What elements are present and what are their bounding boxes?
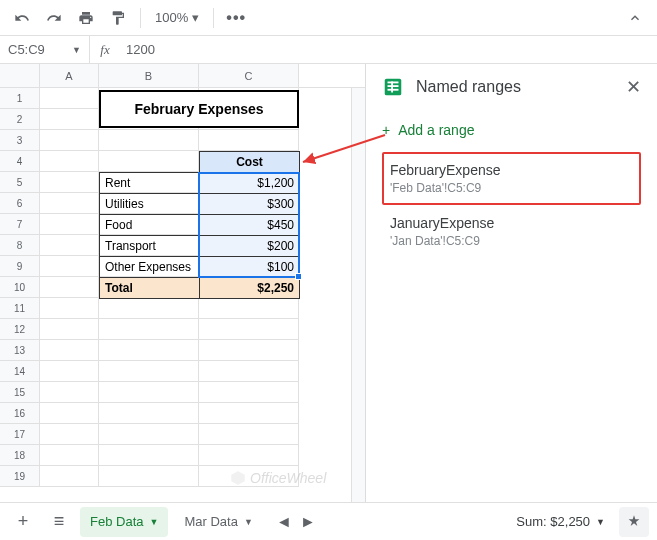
- formula-input[interactable]: 1200: [120, 42, 161, 57]
- explore-button[interactable]: [619, 507, 649, 537]
- cell[interactable]: [199, 445, 299, 466]
- cell[interactable]: [199, 340, 299, 361]
- print-button[interactable]: [72, 4, 100, 32]
- item-value[interactable]: $300: [200, 194, 300, 215]
- col-header-c[interactable]: C: [199, 64, 299, 87]
- sheet-tab[interactable]: Feb Data▼: [80, 507, 168, 537]
- cell[interactable]: [199, 466, 299, 487]
- named-range-item[interactable]: FebruaryExpense 'Feb Data'!C5:C9: [382, 152, 641, 205]
- row-header[interactable]: 18: [0, 445, 40, 466]
- expand-button[interactable]: [621, 4, 649, 32]
- row-header[interactable]: 13: [0, 340, 40, 361]
- vertical-scrollbar[interactable]: [351, 88, 365, 502]
- cell[interactable]: [40, 319, 99, 340]
- row-header[interactable]: 7: [0, 214, 40, 235]
- row-header[interactable]: 4: [0, 151, 40, 172]
- cell[interactable]: [40, 256, 99, 277]
- total-value[interactable]: $2,250: [200, 278, 300, 299]
- row-header[interactable]: 15: [0, 382, 40, 403]
- item-label[interactable]: Rent: [100, 173, 200, 194]
- cell[interactable]: [40, 235, 99, 256]
- item-label[interactable]: Utilities: [100, 194, 200, 215]
- cell[interactable]: [99, 361, 199, 382]
- item-value[interactable]: $200: [200, 236, 300, 257]
- cell[interactable]: [99, 403, 199, 424]
- chevron-down-icon[interactable]: ▼: [149, 517, 158, 527]
- cell[interactable]: [40, 424, 99, 445]
- row-header[interactable]: 3: [0, 130, 40, 151]
- nav-left-button[interactable]: ◄: [273, 511, 295, 533]
- row-header[interactable]: 8: [0, 235, 40, 256]
- add-range-button[interactable]: + Add a range: [382, 114, 641, 152]
- cell[interactable]: [40, 361, 99, 382]
- cell[interactable]: [40, 88, 99, 109]
- cell[interactable]: [40, 382, 99, 403]
- cell[interactable]: [199, 403, 299, 424]
- cell[interactable]: [40, 214, 99, 235]
- cell[interactable]: [199, 424, 299, 445]
- cell[interactable]: [199, 298, 299, 319]
- named-range-item[interactable]: JanuaryExpense 'Jan Data'!C5:C9: [382, 205, 641, 258]
- row-header[interactable]: 14: [0, 361, 40, 382]
- cell[interactable]: [199, 319, 299, 340]
- spreadsheet-grid[interactable]: A B C 1 2 3 4 5 6 7 8 9 10 11 12 13 14 1…: [0, 64, 365, 502]
- row-header[interactable]: 1: [0, 88, 40, 109]
- cell[interactable]: [99, 466, 199, 487]
- row-header[interactable]: 11: [0, 298, 40, 319]
- cell[interactable]: [99, 130, 199, 151]
- chevron-down-icon[interactable]: ▼: [244, 517, 253, 527]
- cell[interactable]: [40, 445, 99, 466]
- more-button[interactable]: •••: [222, 4, 250, 32]
- row-header[interactable]: 17: [0, 424, 40, 445]
- cell[interactable]: [40, 109, 99, 130]
- close-button[interactable]: ✕: [626, 76, 641, 98]
- item-value[interactable]: $450: [200, 215, 300, 236]
- row-header[interactable]: 19: [0, 466, 40, 487]
- select-all-corner[interactable]: [0, 64, 40, 87]
- cell[interactable]: [99, 319, 199, 340]
- cell[interactable]: [40, 466, 99, 487]
- cell[interactable]: [40, 172, 99, 193]
- cell[interactable]: [40, 298, 99, 319]
- paint-format-button[interactable]: [104, 4, 132, 32]
- cell[interactable]: [99, 298, 199, 319]
- cell[interactable]: [40, 151, 99, 172]
- cell[interactable]: [40, 193, 99, 214]
- row-header[interactable]: 9: [0, 256, 40, 277]
- cell[interactable]: [99, 424, 199, 445]
- cost-header[interactable]: Cost: [200, 152, 300, 173]
- table-title[interactable]: February Expenses: [99, 90, 299, 128]
- cell[interactable]: [40, 277, 99, 298]
- total-label[interactable]: Total: [100, 278, 200, 299]
- name-box[interactable]: C5:C9▼: [0, 36, 90, 63]
- cell[interactable]: [40, 340, 99, 361]
- zoom-dropdown[interactable]: 100%▾: [149, 10, 205, 25]
- item-value[interactable]: $1,200: [200, 173, 300, 194]
- all-sheets-button[interactable]: ≡: [44, 507, 74, 537]
- row-header[interactable]: 2: [0, 109, 40, 130]
- undo-button[interactable]: [8, 4, 36, 32]
- row-header[interactable]: 5: [0, 172, 40, 193]
- nav-right-button[interactable]: ►: [297, 511, 319, 533]
- cell[interactable]: [40, 130, 99, 151]
- col-header-a[interactable]: A: [40, 64, 99, 87]
- sheet-tab[interactable]: Mar Data▼: [174, 507, 262, 537]
- item-value[interactable]: $100: [200, 257, 300, 278]
- redo-button[interactable]: [40, 4, 68, 32]
- quick-sum[interactable]: Sum: $2,250▼: [508, 510, 613, 533]
- cell[interactable]: [99, 445, 199, 466]
- cell[interactable]: [99, 340, 199, 361]
- row-header[interactable]: 10: [0, 277, 40, 298]
- row-header[interactable]: 6: [0, 193, 40, 214]
- item-label[interactable]: Transport: [100, 236, 200, 257]
- cell[interactable]: [199, 361, 299, 382]
- col-header-b[interactable]: B: [99, 64, 199, 87]
- cell[interactable]: [99, 382, 199, 403]
- cell[interactable]: [40, 403, 99, 424]
- item-label[interactable]: Other Expenses: [100, 257, 200, 278]
- row-header[interactable]: 12: [0, 319, 40, 340]
- cell[interactable]: [199, 382, 299, 403]
- row-header[interactable]: 16: [0, 403, 40, 424]
- item-label[interactable]: Food: [100, 215, 200, 236]
- cell[interactable]: [199, 130, 299, 151]
